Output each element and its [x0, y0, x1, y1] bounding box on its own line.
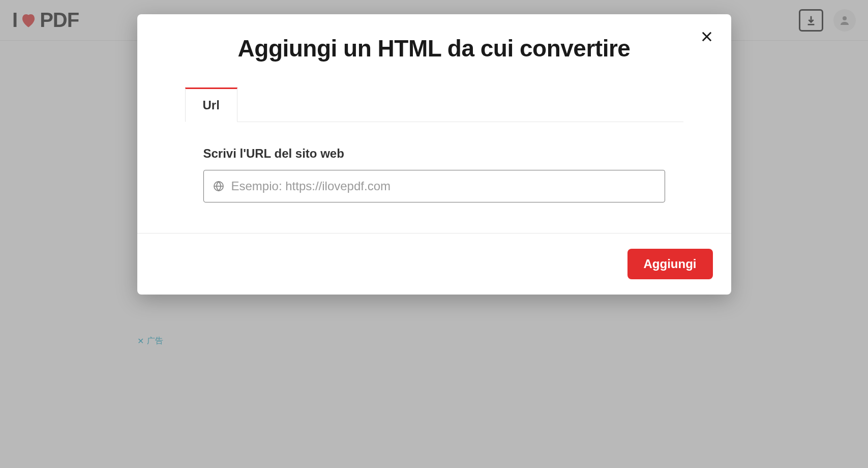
globe-icon: [213, 180, 225, 192]
close-icon: [700, 30, 714, 44]
modal-title: Aggiungi un HTML da cui convertire: [137, 14, 731, 72]
add-button-label: Aggiungi: [644, 257, 697, 271]
tab-label: Url: [203, 98, 220, 112]
modal-footer: Aggiungi: [137, 233, 731, 295]
tabs: Url: [185, 87, 683, 122]
url-input[interactable]: [203, 170, 665, 202]
add-html-modal: Aggiungi un HTML da cui convertire Url S…: [137, 14, 731, 295]
modal-overlay: Aggiungi un HTML da cui convertire Url S…: [0, 0, 868, 468]
url-field-label: Scrivi l'URL del sito web: [203, 147, 665, 161]
url-field-area: Scrivi l'URL del sito web: [185, 122, 683, 202]
add-button[interactable]: Aggiungi: [627, 249, 713, 279]
url-input-wrap: [203, 170, 665, 202]
modal-body: Url Scrivi l'URL del sito web: [137, 72, 731, 233]
tab-url[interactable]: Url: [185, 87, 237, 122]
close-button[interactable]: [697, 26, 717, 47]
